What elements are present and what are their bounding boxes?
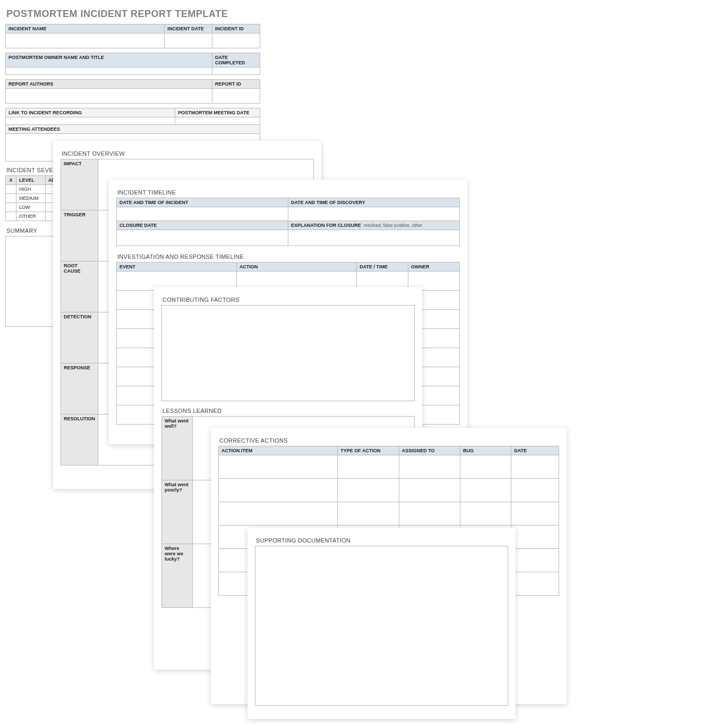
owner-name-cell[interactable] xyxy=(6,67,212,75)
lessons-label: What went poorly? xyxy=(162,480,193,544)
closure-expl-header: EXPLANATION FOR CLOSURE resolved, false … xyxy=(288,221,460,230)
incident-date-cell[interactable] xyxy=(165,33,212,48)
page-title: POSTMORTEM INCIDENT REPORT TEMPLATE xyxy=(6,9,714,20)
lessons-title: LESSONS LEARNED xyxy=(162,408,415,414)
severity-level: MEDIUM xyxy=(16,194,46,203)
owner-table: POSTMORTEM OWNER NAME AND TITLE DATE COM… xyxy=(5,53,260,75)
col-event: EVENT xyxy=(117,263,237,272)
table-row xyxy=(219,455,559,479)
incident-date-header: INCIDENT DATE xyxy=(165,24,212,33)
table-row xyxy=(219,479,559,502)
col-datetime: DATE / TIME xyxy=(357,263,408,272)
corrective-title: CORRECTIVE ACTIONS xyxy=(219,437,559,444)
owner-name-header: POSTMORTEM OWNER NAME AND TITLE xyxy=(6,53,212,67)
supporting-cell[interactable] xyxy=(255,546,508,706)
sheet-supporting-documentation: SUPPORTING DOCUMENTATION xyxy=(247,528,516,719)
recording-table: LINK TO INCIDENT RECORDING POSTMORTEM ME… xyxy=(5,108,260,125)
overview-label: DETECTION xyxy=(61,312,98,363)
link-recording-header: LINK TO INCIDENT RECORDING xyxy=(6,108,175,117)
overview-label: RESPONSE xyxy=(61,363,98,414)
col-date: DATE xyxy=(511,446,559,455)
contributing-cell[interactable] xyxy=(162,306,415,401)
col-owner: OWNER xyxy=(408,263,460,272)
date-completed-cell[interactable] xyxy=(212,67,260,75)
overview-label: RESOLUTION xyxy=(61,414,98,465)
link-recording-cell[interactable] xyxy=(6,117,175,125)
attendees-header: MEETING ATTENDEES xyxy=(6,125,260,134)
dt-discovery-header: DATE AND TIME OF DISCOVERY xyxy=(288,198,460,207)
timeline-top-table: DATE AND TIME OF INCIDENT DATE AND TIME … xyxy=(116,198,460,246)
overview-label: ROOT CAUSE xyxy=(61,261,98,312)
closure-expl-hint: resolved, false positive, other xyxy=(364,223,422,228)
supporting-title: SUPPORTING DOCUMENTATION xyxy=(256,537,508,544)
report-authors-cell[interactable] xyxy=(6,89,212,104)
date-completed-header: DATE COMPLETED xyxy=(212,53,260,67)
severity-col-x: X xyxy=(6,176,16,185)
authors-table: REPORT AUTHORS REPORT ID xyxy=(5,79,260,104)
investigation-title: INVESTIGATION AND RESPONSE TIMELINE xyxy=(117,253,460,260)
supporting-table xyxy=(255,546,508,706)
report-id-cell[interactable] xyxy=(212,89,260,104)
contributing-table xyxy=(161,305,415,401)
col-action: ACTION xyxy=(237,263,357,272)
meeting-date-header: POSTMORTEM MEETING DATE xyxy=(175,108,260,117)
dt-incident-cell[interactable] xyxy=(117,207,288,221)
meeting-date-cell[interactable] xyxy=(175,117,260,125)
severity-level: HIGH xyxy=(16,185,46,194)
overview-title: INCIDENT OVERVIEW xyxy=(62,150,314,157)
closure-expl-label: EXPLANATION FOR CLOSURE xyxy=(291,223,361,228)
incident-info-table: INCIDENT NAME INCIDENT DATE INCIDENT ID xyxy=(5,24,260,48)
severity-level: OTHER xyxy=(16,212,46,221)
col-bug: BUG xyxy=(460,446,511,455)
col-assigned-to: ASSIGNED TO xyxy=(399,446,460,455)
col-action-item: ACTION ITEM xyxy=(219,446,338,455)
overview-label: TRIGGER xyxy=(61,210,98,261)
severity-level: LOW xyxy=(16,203,46,212)
incident-id-header: INCIDENT ID xyxy=(212,24,260,33)
table-row xyxy=(219,502,559,526)
closure-date-header: CLOSURE DATE xyxy=(117,221,288,230)
dt-discovery-cell[interactable] xyxy=(288,207,460,221)
closure-expl-cell[interactable] xyxy=(288,230,460,246)
incident-id-cell[interactable] xyxy=(212,33,260,48)
incident-name-header: INCIDENT NAME xyxy=(6,24,165,33)
col-type-action: TYPE OF ACTION xyxy=(338,446,399,455)
overview-label: IMPACT xyxy=(61,159,98,210)
lessons-label: What went well? xyxy=(162,417,193,480)
contributing-title: CONTRIBUTING FACTORS xyxy=(162,297,415,303)
dt-incident-header: DATE AND TIME OF INCIDENT xyxy=(117,198,288,207)
timeline-title: INCIDENT TIMELINE xyxy=(117,189,460,196)
report-id-header: REPORT ID xyxy=(212,80,260,89)
closure-date-cell[interactable] xyxy=(117,230,288,246)
severity-col-level: LEVEL xyxy=(16,176,46,185)
incident-name-cell[interactable] xyxy=(6,33,165,48)
report-authors-header: REPORT AUTHORS xyxy=(6,80,212,89)
lessons-label: Where were we lucky? xyxy=(162,544,193,608)
